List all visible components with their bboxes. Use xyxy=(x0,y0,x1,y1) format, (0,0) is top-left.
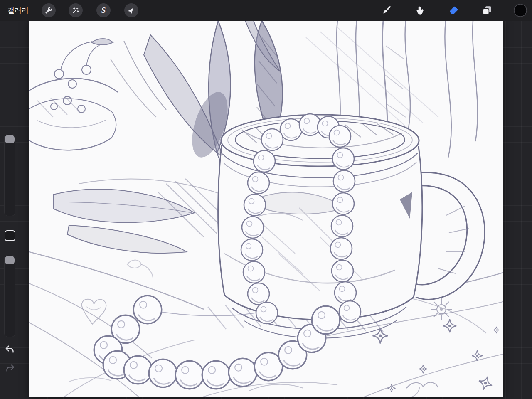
layers-button[interactable] xyxy=(480,3,494,17)
eraser-icon xyxy=(448,5,459,16)
drawing-canvas[interactable] xyxy=(29,21,503,397)
brush-size-slider-handle[interactable] xyxy=(5,135,15,143)
opacity-slider-handle[interactable] xyxy=(5,256,15,264)
redo-button[interactable] xyxy=(4,362,16,374)
workspace-background: 갤러리 S xyxy=(0,0,532,399)
wrench-icon xyxy=(44,6,53,15)
brush-size-slider[interactable] xyxy=(4,134,15,216)
modify-button[interactable] xyxy=(5,230,15,241)
toolbar: 갤러리 S xyxy=(0,0,532,21)
adjustments-button[interactable] xyxy=(69,3,83,17)
sketch-left-leaves xyxy=(53,179,234,253)
redo-icon xyxy=(4,362,16,374)
gallery-button[interactable]: 갤러리 xyxy=(7,0,29,21)
sketch-plate-berries xyxy=(29,39,118,150)
selection-button[interactable]: S xyxy=(96,3,111,17)
smudge-tool-button[interactable] xyxy=(413,3,427,17)
selection-s-icon: S xyxy=(101,6,106,15)
actions-button[interactable] xyxy=(42,3,56,17)
opacity-slider[interactable] xyxy=(4,255,15,337)
paint-tool-button[interactable] xyxy=(379,3,394,17)
paintbrush-icon xyxy=(381,5,392,16)
smudge-finger-icon xyxy=(414,5,425,16)
layers-icon xyxy=(482,5,493,16)
side-toolbar xyxy=(0,21,29,399)
transform-arrow-icon xyxy=(127,6,135,15)
magic-wand-icon xyxy=(71,6,80,15)
undo-button[interactable] xyxy=(4,343,16,356)
erase-tool-button[interactable] xyxy=(446,3,461,17)
undo-icon xyxy=(4,344,16,355)
sketch-artwork xyxy=(29,21,503,397)
color-disc-icon xyxy=(513,3,527,17)
transform-button[interactable] xyxy=(124,3,138,17)
color-button[interactable] xyxy=(513,3,527,17)
